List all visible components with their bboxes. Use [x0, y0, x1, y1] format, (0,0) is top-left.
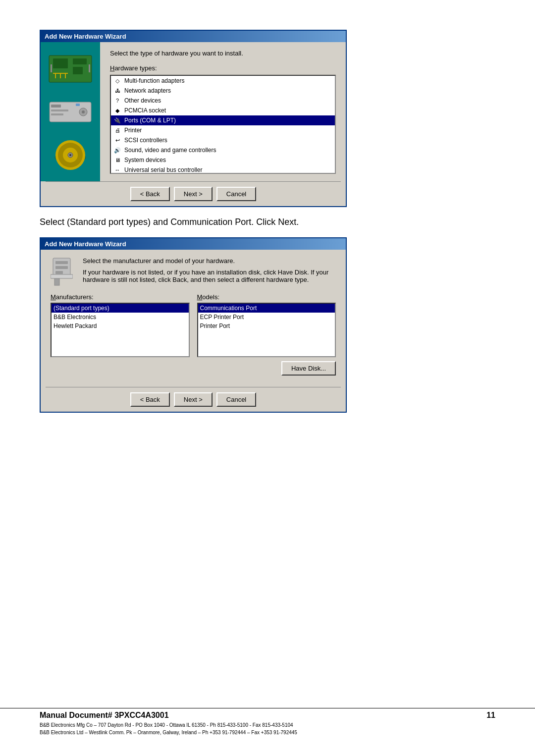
usb-icon: ↔ — [113, 166, 122, 174]
mfr-item-standard[interactable]: (Standard port types) — [52, 304, 189, 313]
manufacturers-col: Manufacturers: (Standard port types) B&B… — [51, 293, 190, 357]
system-icon: 🖥 — [113, 156, 122, 164]
wizard2-titlebar: Add New Hardware Wizard — [41, 238, 346, 250]
svg-rect-16 — [76, 104, 80, 106]
list-item[interactable]: 🖧 Network adapters — [111, 86, 335, 96]
list-item[interactable]: ? Other devices — [111, 96, 335, 106]
svg-rect-12 — [51, 109, 68, 111]
footer-line1: B&B Electronics Mfg Co – 707 Dayton Rd -… — [40, 721, 495, 729]
hardware-types-listbox[interactable]: ◇ Multi-function adapters 🖧 Network adap… — [110, 75, 336, 174]
wizard2-body: Select the manufacturer and model of you… — [41, 250, 346, 387]
list-item[interactable]: 🔊 Sound, video and game controllers — [111, 145, 335, 155]
hardware-types-label: Hardware types: — [110, 64, 336, 72]
diamond-icon: ◇ — [113, 77, 122, 85]
drive-icon — [48, 97, 93, 127]
list-item-label: System devices — [124, 157, 166, 163]
list-item[interactable]: ◆ PCMCIA socket — [111, 106, 335, 115]
svg-rect-27 — [54, 278, 59, 285]
wizard2-title: Add New Hardware Wizard — [45, 240, 126, 248]
manufacturers-label: Manufacturers: — [51, 293, 190, 301]
mfr-item-label: Hewlett Packard — [54, 323, 97, 329]
model-item-label: ECP Printer Port — [200, 314, 244, 321]
svg-rect-9 — [89, 64, 90, 72]
svg-rect-24 — [55, 261, 68, 264]
footer-line2: B&B Electronics Ltd – Westlink Comm. Pk … — [40, 729, 495, 736]
list-item-label: Ports (COM & LPT) — [124, 117, 176, 124]
wizard1-next-button[interactable]: Next > — [174, 187, 213, 201]
have-disk-row: Have Disk... — [51, 357, 336, 379]
wizard1-instruction: Select the type of hardware you want to … — [110, 50, 336, 57]
wizard1-right-panel: Select the type of hardware you want to … — [100, 42, 346, 181]
wizard1-dialog: Add New Hardware Wizard — [40, 30, 347, 207]
page-footer: Manual Document# 3PXCC4A3001 11 B&B Elec… — [0, 708, 535, 736]
list-item-label: Printer — [124, 127, 142, 134]
manual-doc: Manual Document# 3PXCC4A3001 — [40, 711, 169, 720]
models-label: Models: — [197, 293, 336, 301]
model-item-label: Communications Port — [200, 305, 257, 312]
list-item-label: Multi-function adapters — [124, 77, 184, 84]
pcmcia-icon: ◆ — [113, 107, 122, 114]
svg-rect-1 — [53, 58, 68, 68]
printer-icon: 🖨 — [113, 126, 122, 134]
model-item-ecp[interactable]: ECP Printer Port — [198, 313, 335, 322]
circuit-board-icon — [48, 54, 93, 84]
wizard2-disk-instruction: If your hardware is not listed, or if yo… — [83, 269, 336, 283]
scsi-icon: ↩ — [113, 136, 122, 144]
have-disk-button[interactable]: Have Disk... — [281, 361, 336, 376]
list-item[interactable]: 🖥 System devices — [111, 155, 335, 165]
wizard2-select-instruction: Select the manufacturer and model of you… — [83, 257, 336, 265]
list-item-label: Network adapters — [124, 87, 171, 94]
wizard2-cancel-button[interactable]: Cancel — [216, 392, 256, 407]
list-item-label: SCSI controllers — [124, 137, 167, 144]
model-item-printer[interactable]: Printer Port — [198, 322, 335, 330]
svg-rect-28 — [51, 274, 73, 278]
page-number: 11 — [486, 711, 495, 720]
wizard2-description: Select the manufacturer and model of you… — [83, 257, 336, 283]
svg-rect-3 — [73, 67, 83, 74]
list-item-label: Sound, video and game controllers — [124, 147, 216, 154]
svg-point-15 — [82, 110, 85, 113]
wizard2-back-button[interactable]: < Back — [130, 392, 170, 407]
svg-point-22 — [69, 154, 71, 156]
wizard1-back-button[interactable]: < Back — [130, 187, 170, 201]
list-item-label: PCMCIA socket — [124, 107, 166, 114]
wizard1-cancel-button[interactable]: Cancel — [216, 187, 256, 201]
manufacturers-listbox[interactable]: (Standard port types) B&B Electronics He… — [51, 303, 190, 357]
wizard1-left-panel — [41, 42, 100, 181]
svg-rect-11 — [51, 105, 61, 108]
model-item-comms[interactable]: Communications Port — [198, 304, 335, 313]
ports-icon: 🔌 — [113, 116, 122, 124]
wizard1-title: Add New Hardware Wizard — [45, 33, 126, 40]
svg-rect-26 — [55, 271, 63, 274]
svg-rect-2 — [73, 58, 87, 64]
models-listbox[interactable]: Communications Port ECP Printer Port Pri… — [197, 303, 336, 357]
mfr-item-bb[interactable]: B&B Electronics — [52, 313, 189, 322]
disc-icon — [48, 140, 93, 170]
sound-icon: 🔊 — [113, 146, 122, 154]
wizard2-header: Select the manufacturer and model of you… — [51, 257, 336, 287]
svg-rect-25 — [55, 266, 68, 269]
footer-main: Manual Document# 3PXCC4A3001 11 — [40, 708, 495, 720]
mfr-item-label: B&B Electronics — [54, 314, 96, 321]
svg-rect-8 — [51, 64, 52, 72]
wizard1-button-row: < Back Next > Cancel — [41, 182, 346, 206]
between-instruction: Select (Standard port types) and Communi… — [40, 217, 495, 227]
wizard2-dialog: Add New Hardware Wizard Select th — [40, 237, 347, 413]
mfr-item-hp[interactable]: Hewlett Packard — [52, 322, 189, 330]
wizard2-next-button[interactable]: Next > — [174, 392, 213, 407]
question-icon: ? — [113, 97, 122, 105]
wizard2-button-row: < Back Next > Cancel — [41, 387, 346, 412]
mfr-item-label: (Standard port types) — [54, 305, 109, 312]
list-item-label: Universal serial bus controller — [124, 166, 202, 173]
mfr-models-row: Manufacturers: (Standard port types) B&B… — [51, 293, 336, 357]
list-item-label: Other devices — [124, 97, 161, 104]
list-item[interactable]: ◇ Multi-function adapters — [111, 76, 335, 86]
wizard1-titlebar: Add New Hardware Wizard — [41, 31, 346, 42]
network-icon: 🖧 — [113, 87, 122, 95]
wizard2-icon-area — [51, 257, 75, 287]
svg-rect-13 — [51, 113, 63, 115]
list-item[interactable]: ↔ Universal serial bus controller — [111, 165, 335, 174]
list-item-ports[interactable]: 🔌 Ports (COM & LPT) — [111, 115, 335, 125]
list-item[interactable]: 🖨 Printer — [111, 125, 335, 135]
list-item[interactable]: ↩ SCSI controllers — [111, 135, 335, 145]
